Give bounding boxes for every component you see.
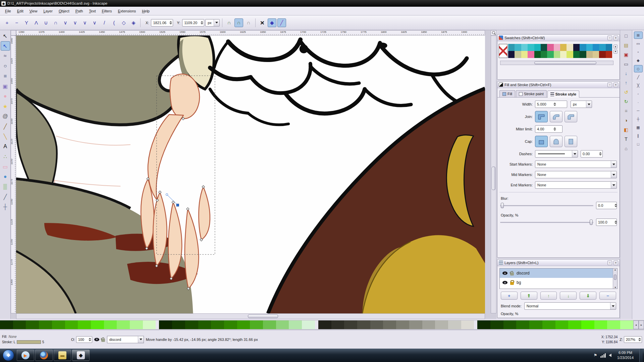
palette-swatch[interactable] xyxy=(237,320,250,329)
dropdown-arrow[interactable] xyxy=(138,336,144,343)
xml-editor-button[interactable]: ⌂ xyxy=(622,144,631,153)
spray-tool[interactable]: ∴ xyxy=(1,152,10,161)
menu-item[interactable]: File xyxy=(2,8,14,14)
blur-slider[interactable] xyxy=(500,202,593,208)
add-layer-button[interactable]: + xyxy=(501,292,518,300)
swatch-none[interactable] xyxy=(499,44,507,58)
menu-item[interactable]: Object xyxy=(56,8,72,14)
taskbar-firefox[interactable] xyxy=(35,350,53,361)
node-corner-button[interactable]: ∨ xyxy=(61,18,70,27)
palette-swatch[interactable] xyxy=(143,320,156,329)
node-auto-button[interactable]: ∨ xyxy=(90,18,99,27)
palette-swatch[interactable] xyxy=(224,320,237,329)
import-button[interactable]: ↓ xyxy=(622,69,631,78)
join-segment-button[interactable]: ∩ xyxy=(51,18,60,27)
snap-smooth-toggle[interactable]: ∙ xyxy=(634,99,643,106)
dropdown-arrow[interactable] xyxy=(610,303,616,309)
swatch[interactable] xyxy=(541,51,547,58)
volume-icon[interactable] xyxy=(609,354,611,357)
spin-arrows[interactable] xyxy=(553,127,556,131)
menu-item[interactable]: Extensions xyxy=(115,8,139,14)
dash-offset-input[interactable]: 0.00 xyxy=(581,150,603,158)
stroke-width-unit-dropdown[interactable]: px xyxy=(571,101,592,108)
layer-lock-toggle[interactable] xyxy=(101,339,105,342)
swatch[interactable] xyxy=(554,44,560,51)
swatch[interactable] xyxy=(508,51,515,58)
save-document-button[interactable]: ▣ xyxy=(622,50,631,59)
palette-swatch[interactable] xyxy=(422,320,435,329)
rectangle-tool[interactable]: ■ xyxy=(1,71,10,81)
palette-swatch[interactable] xyxy=(477,320,490,329)
connector-tool[interactable]: ┼ xyxy=(1,202,10,212)
swatch[interactable] xyxy=(515,51,521,58)
panel-close-button[interactable]: × xyxy=(613,36,618,40)
palette-swatch[interactable] xyxy=(461,320,474,329)
layer-lock-icon[interactable] xyxy=(510,273,514,276)
swatch[interactable] xyxy=(515,44,521,51)
menu-item[interactable]: Help xyxy=(139,8,153,14)
undo-button[interactable]: ↺ xyxy=(622,88,631,97)
snap-intersection-toggle[interactable]: ╳ xyxy=(634,82,643,89)
palette-swatch[interactable] xyxy=(318,320,331,329)
join-miter-button[interactable] xyxy=(535,111,548,122)
opacity-input[interactable]: 100.0 xyxy=(596,219,617,226)
lower-layer-button[interactable]: ↓ xyxy=(560,292,577,300)
swatches-panel-titlebar[interactable]: Swatches (Shift+Ctrl+W) ▫ × xyxy=(497,35,620,41)
raise-layer-top-button[interactable]: ⇑ xyxy=(521,292,537,300)
node-smooth-button[interactable]: ∨ xyxy=(71,18,79,27)
palette-swatch[interactable] xyxy=(65,320,78,329)
spin-arrows[interactable] xyxy=(553,103,556,106)
swatch[interactable] xyxy=(567,51,573,58)
palette-swatch[interactable] xyxy=(474,320,477,329)
opacity-slider[interactable] xyxy=(500,219,593,225)
spin-arrows[interactable] xyxy=(614,221,617,224)
spin-arrows[interactable] xyxy=(614,204,617,207)
menu-item[interactable]: Filters xyxy=(99,8,115,14)
menu-item[interactable]: Edit xyxy=(14,8,26,14)
layers-scrollbar[interactable]: ▲▼ xyxy=(613,268,617,289)
delete-layer-button[interactable]: − xyxy=(599,292,616,300)
menu-item[interactable]: Layer xyxy=(40,8,56,14)
layer-row[interactable]: discord xyxy=(500,268,617,278)
palette-swatch[interactable] xyxy=(490,320,503,329)
palette-swatch[interactable] xyxy=(211,320,224,329)
cap-round-button[interactable] xyxy=(550,136,562,147)
spin-arrows[interactable] xyxy=(201,21,203,24)
calligraphy-tool[interactable]: ╲ xyxy=(1,132,10,141)
panel-menu-button[interactable]: ▫ xyxy=(607,36,612,40)
dropdown-arrow[interactable] xyxy=(214,19,219,26)
horizontal-scrollbar[interactable] xyxy=(16,313,485,319)
marker-dropdown[interactable]: None xyxy=(535,171,617,178)
palette-swatch[interactable] xyxy=(620,320,633,329)
stroke-width-input[interactable]: 5.000 xyxy=(535,101,567,108)
swatch[interactable] xyxy=(547,44,553,51)
palette-scroll-left-button[interactable]: ◂ xyxy=(633,320,639,329)
layer-visibility-icon[interactable] xyxy=(502,272,507,275)
palette-swatch[interactable] xyxy=(185,320,198,329)
vscroll-thumb[interactable] xyxy=(492,167,495,190)
fill-stroke-panel-titlebar[interactable]: Fill and Stroke (Shift+Ctrl+F) ▫ × xyxy=(497,81,620,88)
edit-mask-toggle[interactable]: ∩ xyxy=(244,18,253,27)
palette-swatch[interactable] xyxy=(39,320,52,329)
palette-swatch[interactable] xyxy=(52,320,65,329)
palette-swatch[interactable] xyxy=(503,320,517,329)
new-document-button[interactable]: □ xyxy=(622,32,631,40)
palette-swatch[interactable] xyxy=(581,320,594,329)
menu-item[interactable]: Path xyxy=(72,8,86,14)
taskbar-inkscape[interactable]: ◆ xyxy=(72,350,90,361)
dropper-tool[interactable]: ╱ xyxy=(1,192,10,201)
layer-visibility-toggle[interactable] xyxy=(94,338,99,341)
show-desktop-button[interactable] xyxy=(639,349,643,362)
palette-swatch[interactable] xyxy=(159,320,172,329)
vertical-scrollbar[interactable] xyxy=(491,36,496,313)
menu-item[interactable]: Text xyxy=(86,8,99,14)
snap-guide-toggle[interactable]: ∥ xyxy=(634,132,643,139)
insert-node-button[interactable]: + xyxy=(3,18,11,27)
cap-butt-button[interactable] xyxy=(535,136,548,147)
blur-input[interactable]: 0.0 xyxy=(596,202,617,209)
tweak-tool[interactable]: ≈ xyxy=(1,51,10,61)
export-button[interactable]: ↑ xyxy=(622,78,631,87)
palette-swatch[interactable] xyxy=(331,320,344,329)
x-coordinate-input[interactable]: 1821.06 xyxy=(151,19,173,26)
cap-square-button[interactable] xyxy=(565,136,577,147)
